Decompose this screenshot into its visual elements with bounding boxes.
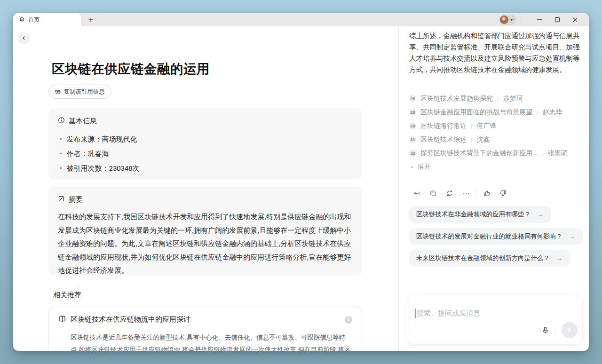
arrow-right-icon: → [569, 232, 576, 240]
citation-row[interactable]: 32 探究区块链技术背景下的金融创新应用... | 张雨萌 [409, 146, 568, 160]
send-arrow-icon [566, 326, 573, 334]
window-controls: ▾ [499, 13, 582, 26]
abstract-text: 在科技的发展支持下,我国区块链技术开发和应用得到了快速地发展,特别是供应链金融的… [58, 210, 353, 277]
citation-number-badge: 29 [409, 122, 416, 129]
citation-link[interactable]: 处置 [546, 55, 559, 63]
regenerate-button[interactable] [441, 188, 458, 198]
assistant-answer: 综上所述，金融机构和监管部门应通过加强沟通与信息共享、共同制定监管标准、开展联合… [409, 30, 581, 75]
divider: | [537, 109, 538, 116]
basic-info-header: 基本信息 [69, 117, 97, 126]
basic-info-card: 基本信息 • 发布来源：商场现代化 • 作者：巩春海 • 被引用次数：23034… [48, 108, 362, 180]
related-item-snippet: 区块链技术是近几年备受关注的新型技术,具有中心化、去信任化、信息不可篡改、可跟踪… [71, 332, 352, 351]
minimize-icon [536, 16, 543, 23]
related-heading: 相关推荐 [53, 291, 81, 300]
tab-home[interactable]: 首页 [13, 13, 81, 26]
citation-row[interactable]: 28 区块链金融应用面临的挑战与前景展望 | 赵志华 [409, 105, 568, 119]
back-button[interactable] [18, 32, 30, 44]
assistant-panel: 综上所述，金融机构和监管部门应通过加强沟通与信息共享、共同制定监管标准、开展联合… [398, 26, 589, 351]
copy-button[interactable] [425, 188, 441, 198]
list-item: • 发布来源：商场现代化 [58, 132, 353, 146]
read-aloud-button[interactable] [408, 188, 425, 198]
text-cursor [415, 309, 416, 318]
actions-divider [476, 190, 476, 197]
abstract-card: 摘要 在科技的发展支持下,我国区块链技术开发和应用得到了快速地发展,特别是供应链… [48, 187, 362, 276]
citation-row[interactable]: 26 区块链技术发展趋势探究 | 苏梦珂 [409, 92, 568, 105]
copy-icon [429, 190, 437, 197]
citation-row[interactable]: 29 区块链渐行渐近 | 何广锋 [409, 119, 568, 133]
citation-number-badge: 28 [409, 109, 416, 116]
list-item: • 被引用次数：230348次 [58, 161, 353, 175]
arrow-right-icon: → [537, 210, 544, 218]
new-tab-button[interactable]: + [85, 13, 97, 26]
composer-divider [554, 326, 555, 335]
read-aloud-icon [413, 190, 420, 197]
microphone-button[interactable] [539, 324, 551, 336]
thumbs-down-icon [499, 190, 507, 197]
copy-citation-button[interactable]: 99 复制该引用信息 [48, 85, 111, 99]
citation-list: 26 区块链技术发展趋势探究 | 苏梦珂 28 区块链金融应用面临的挑战与前景展… [409, 92, 568, 174]
expand-button[interactable]: 展开 [409, 160, 568, 174]
microphone-icon [541, 326, 549, 334]
chevron-down-icon [409, 164, 415, 170]
arrow-right-icon: → [556, 254, 563, 262]
maximize-button[interactable] [550, 14, 564, 25]
close-icon [572, 16, 578, 23]
thumbs-up-icon [483, 190, 491, 197]
avatar [500, 16, 508, 24]
suggestion-chip[interactable]: 未来区块链技术在金融领域的创新方向是什么？ → [409, 250, 570, 267]
thumbs-down-button[interactable] [495, 188, 511, 198]
bullet-icon: • [60, 132, 62, 146]
bullet-icon: • [60, 146, 62, 161]
compose-icon [58, 195, 65, 204]
suggested-questions: 区块链技术在非金融领域的应用有哪些？ → 区块链技术的发展对金融行业的就业格局有… [409, 206, 583, 272]
send-button[interactable] [562, 322, 578, 338]
citation-number-badge: 26 [409, 95, 416, 102]
caret-down-icon: ▾ [510, 18, 513, 22]
home-icon [19, 16, 25, 24]
related-item-title: 区块链技术在供应链物流中的应用探讨 [71, 315, 190, 324]
document-panel: 区块链在供应链金融的运用 99 复制该引用信息 基本信息 • 发布来源：商场现代… [13, 26, 398, 351]
input-placeholder: 搜索、提问或发消息 [417, 309, 480, 318]
info-icon [58, 117, 65, 126]
citation-number-badge: 32 [409, 150, 416, 157]
related-count-badge: 1 [345, 316, 352, 324]
tab-label: 首页 [28, 16, 40, 24]
suggestion-chip[interactable]: 区块链技术在非金融领域的应用有哪些？ → [409, 206, 551, 223]
list-item: • 作者：巩春海 [58, 146, 353, 161]
divider: | [542, 150, 544, 157]
bullet-icon: • [60, 161, 62, 175]
book-icon [58, 315, 66, 324]
quote-icon: 99 [55, 89, 60, 95]
chevron-left-icon [21, 35, 27, 41]
regenerate-icon [446, 190, 453, 197]
message-input[interactable]: 搜索、提问或发消息 [407, 294, 583, 345]
answer-actions [408, 188, 511, 198]
more-button[interactable] [458, 188, 474, 198]
divider: | [471, 122, 472, 129]
abstract-header: 摘要 [69, 195, 83, 204]
tab-bar: 首页 + ▾ [13, 13, 589, 26]
controls-divider [522, 16, 522, 23]
app-window: 首页 + ▾ 区块链在供应链金融的运用 [13, 13, 589, 351]
related-item-card[interactable]: 区块链技术在供应链物流中的应用探讨 1 区块链技术是近几年备受关注的新型技术,具… [48, 307, 362, 351]
avatar-button[interactable]: ▾ [499, 15, 516, 25]
thumbs-up-button[interactable] [478, 188, 495, 198]
citation-number-badge: 31 [409, 136, 416, 143]
citation-row[interactable]: 31 区块链技术综述 | 沈鑫 [409, 133, 568, 146]
more-icon [462, 190, 470, 197]
suggestion-chip[interactable]: 区块链技术的发展对金融行业的就业格局有何影响？ → [409, 228, 583, 245]
minimize-button[interactable] [532, 14, 547, 25]
close-button[interactable] [568, 14, 582, 25]
divider: | [497, 95, 499, 102]
divider: | [471, 136, 472, 143]
maximize-icon [554, 16, 561, 23]
page-title: 区块链在供应链金融的运用 [52, 61, 210, 78]
